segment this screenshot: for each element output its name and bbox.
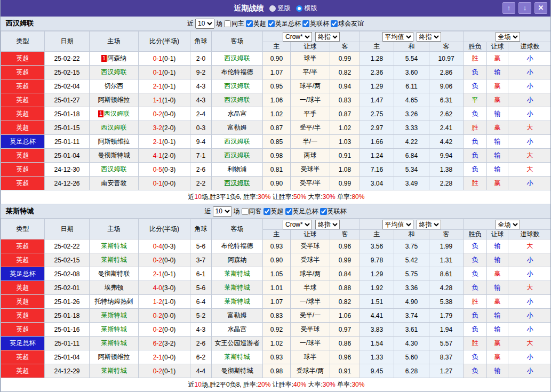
away-team-name[interactable]: 西汉姆联 — [225, 179, 250, 187]
league-filter-英联杯[interactable]: 英联杯 — [302, 19, 329, 28]
odds-source-select[interactable]: 平均值 — [382, 220, 413, 229]
corner-score: 9-2 — [190, 66, 212, 79]
result-winloss: 负 — [464, 149, 487, 163]
league-checkbox[interactable] — [246, 20, 253, 27]
avg-draw: 5.34 — [394, 163, 429, 177]
result-winloss: 胜 — [464, 52, 487, 66]
avg-away: 1.27 — [429, 364, 464, 378]
summary-value: 20% — [258, 381, 270, 388]
home-team: 阿斯顿维拉 — [90, 135, 139, 149]
avg-draw: 6.84 — [394, 149, 429, 163]
match-date: 25-01-16 — [45, 323, 90, 337]
league-checkbox[interactable] — [331, 20, 338, 27]
header-group-row: 类型日期主场比分(半场)角球客场Crow*终指平均值终指全场 — [1, 31, 551, 42]
same-venue-checkbox-label[interactable]: 同客 — [242, 207, 262, 216]
fulltime-score: 0-2 — [153, 312, 162, 319]
odds-source-select[interactable]: 平均值 — [382, 32, 413, 42]
corner-score: 2-6 — [190, 163, 212, 177]
home-team: 1阿森纳 — [90, 52, 139, 66]
window-controls: ↑ ↓ ✕ — [502, 2, 547, 14]
odds-home: 0.90 — [263, 253, 291, 267]
odds-home: 1.05 — [263, 267, 291, 281]
avg-away: 2.28 — [429, 177, 464, 190]
avg-draw: 6.11 — [394, 79, 429, 93]
league-checkbox[interactable] — [302, 20, 309, 27]
league-filter-球会友谊[interactable]: 球会友谊 — [331, 19, 364, 28]
league-checkbox[interactable] — [263, 208, 270, 215]
match-row: 英超24-12-29莱斯特城0-2(0-1)4-4曼彻斯特城0.98受球半/两0… — [1, 364, 551, 378]
fulltime-score: 4-1 — [153, 152, 162, 159]
league-filter-英超[interactable]: 英超 — [263, 207, 284, 216]
radio-horizontal-label: 横版 — [305, 4, 317, 13]
radio-vertical-icon[interactable] — [269, 5, 276, 12]
avg-home: 3.83 — [360, 323, 394, 337]
match-count-select[interactable]: 10 — [195, 19, 214, 29]
avg-home: 1.54 — [360, 337, 394, 350]
avg-draw: 5.75 — [394, 267, 429, 281]
score: 2-1(0-1) — [139, 79, 190, 93]
home-team: 西汉姆联 — [90, 66, 139, 79]
odds-source-select[interactable]: 终指 — [315, 220, 340, 229]
summary-value: 30% — [323, 193, 336, 201]
avg-home: 1.29 — [360, 79, 394, 93]
odds-source-select[interactable]: 全场 — [496, 32, 520, 42]
odds-source-select[interactable]: Crow* — [283, 220, 312, 229]
league-checkbox[interactable] — [320, 208, 327, 215]
odds-source-select[interactable]: Crow* — [283, 32, 312, 42]
home-team-name: 托特纳姆热刺 — [95, 298, 133, 305]
home-team-name: 曼彻斯特联 — [98, 270, 130, 277]
odds-source-select[interactable]: 终指 — [315, 32, 340, 42]
match-count-select[interactable]: 10 — [213, 206, 232, 217]
avg-away: 4.42 — [429, 135, 464, 149]
score: 4-1(2-0) — [139, 149, 190, 163]
section-filter-bar: 西汉姆联近10场同主英超英足总杯英联杯球会友谊 — [1, 17, 550, 31]
home-team-name: 莱斯特城 — [101, 325, 127, 333]
avg-away: 1.99 — [429, 239, 464, 253]
column-header-4: 角球 — [190, 219, 212, 239]
close-button[interactable]: ✕ — [534, 2, 547, 14]
halftime-score: (2-0) — [162, 152, 175, 159]
same-venue-checkbox-label[interactable]: 同主 — [224, 19, 244, 28]
odds-source-select[interactable]: 全场 — [496, 220, 520, 229]
same-venue-checkbox[interactable] — [242, 208, 249, 215]
match-date: 25-02-08 — [45, 267, 90, 281]
odds-source-select[interactable]: 终指 — [417, 32, 441, 42]
odds-group-header-1: 平均值终指 — [360, 219, 464, 230]
score: 0-2(0-0) — [139, 323, 190, 337]
odds-home: 1.06 — [263, 93, 291, 107]
league-filter-英足总杯[interactable]: 英足总杯 — [268, 19, 301, 28]
result-winloss: 胜 — [464, 121, 487, 135]
odds-home: 1.01 — [263, 281, 291, 295]
avg-draw: 4.90 — [394, 295, 429, 309]
fulltime-score: 0-2 — [153, 367, 162, 375]
fulltime-score: 0-4 — [153, 243, 162, 250]
fulltime-score: 2-1 — [153, 354, 162, 361]
league-checkbox[interactable] — [285, 208, 292, 215]
same-venue-label: 同客 — [249, 207, 262, 216]
avg-away: 8.61 — [429, 267, 464, 281]
odds-source-select[interactable]: 终指 — [417, 220, 441, 229]
score: 2-1(0-1) — [139, 267, 190, 281]
fulltime-score: 0-1 — [153, 180, 162, 187]
avg-home: 7.16 — [360, 163, 394, 177]
fulltime-score: 4-0 — [153, 284, 162, 292]
league-filter-英联杯[interactable]: 英联杯 — [320, 207, 347, 216]
avg-home: 9.45 — [360, 364, 394, 378]
scroll-down-button[interactable]: ↓ — [518, 2, 531, 14]
avg-away: 1.31 — [429, 253, 464, 267]
radio-horizontal-icon[interactable] — [296, 5, 302, 12]
radio-vertical-layout[interactable]: 竖版 — [269, 4, 291, 13]
away-team: 阿森纳 — [212, 253, 263, 267]
radio-horizontal-layout[interactable]: 横版 — [296, 4, 317, 13]
league-checkbox[interactable] — [268, 20, 275, 27]
avg-draw: 3.61 — [394, 323, 429, 337]
avg-home: 1.66 — [360, 135, 394, 149]
halftime-score: (0-0) — [162, 257, 175, 264]
result-handicap: 输 — [487, 323, 508, 337]
league-filter-英足总杯[interactable]: 英足总杯 — [285, 207, 318, 216]
score: 1-1(1-0) — [139, 93, 190, 107]
league-filter-英超[interactable]: 英超 — [246, 19, 266, 28]
result-goals: 小 — [508, 66, 551, 79]
same-venue-checkbox[interactable] — [224, 20, 231, 27]
scroll-up-button[interactable]: ↑ — [502, 2, 515, 14]
